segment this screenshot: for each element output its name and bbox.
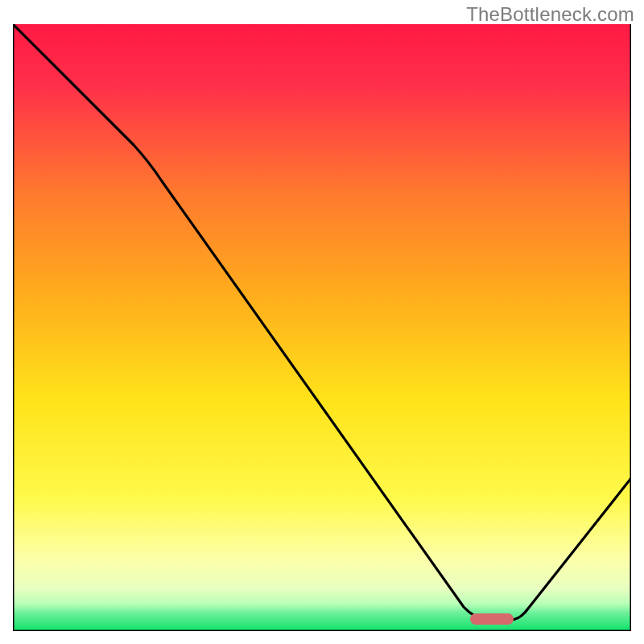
- chart-svg: [13, 24, 631, 631]
- optimal-marker: [470, 613, 514, 625]
- watermark-label: TheBottleneck.com: [466, 3, 634, 26]
- chart-canvas: TheBottleneck.com: [0, 0, 644, 644]
- plot-area: [13, 24, 631, 631]
